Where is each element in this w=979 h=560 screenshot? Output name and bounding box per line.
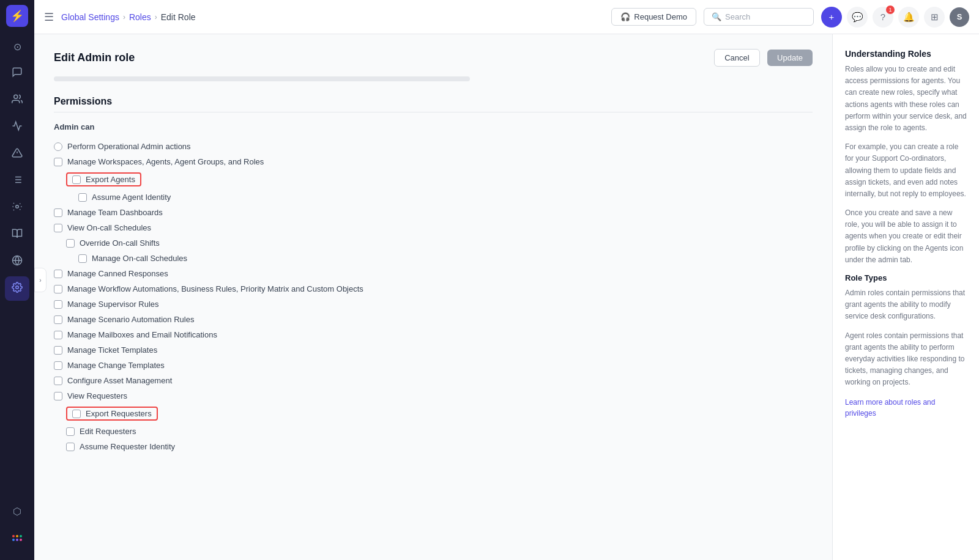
breadcrumb-roles[interactable]: Roles	[129, 12, 151, 22]
permissions-title: Permissions	[54, 96, 813, 107]
books-icon	[12, 228, 23, 241]
notification-button[interactable]: 🔔	[898, 7, 919, 28]
list-item: Manage Canned Responses	[54, 266, 813, 281]
list-item: Manage On-call Schedules	[54, 251, 813, 266]
marketplace-icon	[12, 255, 23, 268]
sidebar-item-integrations[interactable]	[5, 196, 29, 220]
help-icon: ?	[880, 12, 885, 22]
menu-icon[interactable]: ☰	[44, 10, 54, 24]
contacts-icon	[12, 94, 23, 107]
search-placeholder-text: Search	[725, 12, 750, 21]
svg-point-9	[16, 205, 19, 208]
sidebar-item-tasks[interactable]	[5, 169, 29, 193]
list-item: Edit Requesters	[54, 424, 813, 439]
perm-label-view-oncall: View On-call Schedules	[67, 223, 151, 232]
perm-checkbox-manage-dashboards[interactable]	[54, 208, 62, 217]
list-item: Manage Change Templates	[54, 358, 813, 373]
perm-checkbox-configure-asset[interactable]	[54, 377, 62, 385]
page-content: Edit Admin role Cancel Update Permission…	[34, 34, 832, 560]
perm-checkbox-manage-canned[interactable]	[54, 270, 62, 278]
alerts-icon	[12, 147, 23, 161]
perm-checkbox-manage-supervisor[interactable]	[54, 300, 62, 309]
help-button[interactable]: ? 1	[873, 7, 893, 28]
perm-checkbox-manage-change-templates[interactable]	[54, 361, 62, 370]
request-demo-button[interactable]: 🎧 Request Demo	[611, 8, 696, 26]
home-icon: ⊙	[13, 41, 21, 53]
right-panel-title: Understanding Roles	[845, 49, 967, 59]
export-requesters-highlighted: Export Requesters	[66, 407, 158, 421]
breadcrumb-sep-2: ›	[155, 13, 157, 21]
sidebar-item-marketplace[interactable]	[5, 249, 29, 274]
perm-label-manage-workspaces: Manage Workspaces, Agents, Agent Groups,…	[67, 157, 264, 166]
perm-label-manage-workflow: Manage Workflow Automations, Business Ru…	[67, 284, 363, 293]
perm-checkbox-view-oncall[interactable]	[54, 224, 62, 232]
list-item: Override On-call Shifts	[54, 235, 813, 251]
list-item: Export Requesters	[54, 403, 813, 424]
sidebar-item-settings[interactable]	[5, 276, 29, 301]
perm-checkbox-export-requesters[interactable]	[72, 410, 81, 418]
sidebar-item-analytics[interactable]	[5, 115, 29, 139]
sidebar-expand-button[interactable]: ›	[34, 268, 47, 292]
svg-point-0	[14, 95, 18, 98]
perm-checkbox-override-oncall[interactable]	[66, 239, 75, 248]
main-wrapper: ☰ Global Settings › Roles › Edit Role 🎧 …	[34, 0, 979, 560]
grid-icon: ⊞	[931, 12, 939, 23]
perm-checkbox-edit-requesters[interactable]	[66, 427, 75, 436]
perm-label-override-oncall: Override On-call Shifts	[80, 238, 160, 248]
colorpicker-icon	[12, 535, 22, 541]
perm-checkbox-view-requesters[interactable]	[54, 392, 62, 400]
right-panel: Understanding Roles Roles allow you to c…	[832, 34, 979, 560]
update-button[interactable]: Update	[767, 50, 813, 66]
perm-label-manage-oncall: Manage On-call Schedules	[92, 254, 187, 263]
perm-checkbox-manage-ticket-templates[interactable]	[54, 346, 62, 355]
search-box[interactable]: 🔍 Search	[704, 8, 814, 26]
add-button[interactable]: +	[821, 7, 842, 28]
list-item: Assume Requester Identity	[54, 439, 813, 454]
sidebar-item-conversations[interactable]	[5, 61, 29, 86]
sidebar-item-contacts[interactable]	[5, 88, 29, 112]
sidebar-item-alerts[interactable]	[5, 142, 29, 166]
breadcrumb-sep-1: ›	[123, 13, 125, 21]
perm-checkbox-assume-requester[interactable]	[66, 443, 75, 451]
sidebar-item-colorpicker[interactable]	[5, 526, 29, 550]
content-area: › Edit Admin role Cancel Update Permissi…	[34, 34, 979, 560]
conversations-icon	[12, 67, 23, 80]
app-logo[interactable]: ⚡	[6, 5, 28, 27]
perm-label-view-requesters: View Requesters	[67, 391, 127, 400]
search-icon: 🔍	[712, 12, 721, 21]
right-panel-para1: Roles allow you to create and edit acces…	[845, 64, 967, 134]
right-panel-role-types-para1: Admin roles contain permissions that gra…	[845, 287, 967, 323]
chat-icon: 💬	[852, 12, 863, 23]
breadcrumb-edit-role: Edit Role	[161, 12, 196, 22]
perm-label-configure-asset: Configure Asset Management	[67, 376, 172, 385]
header-icons: + 💬 ? 1 🔔 ⊞ S	[821, 7, 969, 28]
perm-label-manage-ticket-templates: Manage Ticket Templates	[67, 345, 157, 355]
avatar[interactable]: S	[950, 7, 969, 27]
breadcrumb-global-settings[interactable]: Global Settings	[61, 12, 119, 22]
perm-checkbox-manage-oncall[interactable]	[78, 254, 87, 263]
export-agents-highlighted: Export Agents	[66, 172, 141, 186]
cancel-button[interactable]: Cancel	[714, 49, 759, 67]
sidebar-item-books[interactable]	[5, 223, 29, 247]
perm-label-export-agents: Export Agents	[86, 175, 135, 184]
page-header: Edit Admin role Cancel Update	[54, 49, 813, 67]
permissions-section: Permissions Admin can Perform Operationa…	[54, 96, 813, 454]
perm-checkbox-manage-workflow[interactable]	[54, 285, 62, 293]
perm-checkbox-manage-mailboxes[interactable]	[54, 331, 62, 339]
perm-radio-perform-operational[interactable]	[54, 142, 62, 151]
perm-label-manage-supervisor: Manage Supervisor Rules	[67, 300, 159, 309]
perm-label-manage-dashboards: Manage Team Dashboards	[67, 208, 163, 217]
perm-checkbox-manage-workspaces[interactable]	[54, 158, 62, 166]
grid-button[interactable]: ⊞	[924, 7, 945, 28]
perm-checkbox-assume-agent[interactable]	[78, 193, 87, 202]
plugins-icon: ⬡	[13, 506, 21, 517]
perm-checkbox-manage-scenario[interactable]	[54, 315, 62, 324]
sidebar-item-plugins[interactable]: ⬡	[5, 499, 29, 523]
settings-icon	[12, 282, 23, 295]
learn-more-link[interactable]: Learn more about roles and privileges	[845, 398, 935, 418]
perm-label-perform-operational: Perform Operational Admin actions	[67, 142, 191, 151]
list-item: Configure Asset Management	[54, 373, 813, 388]
sidebar-item-home[interactable]: ⊙	[5, 34, 29, 59]
chat-button[interactable]: 💬	[847, 7, 868, 28]
perm-checkbox-export-agents[interactable]	[72, 175, 81, 184]
